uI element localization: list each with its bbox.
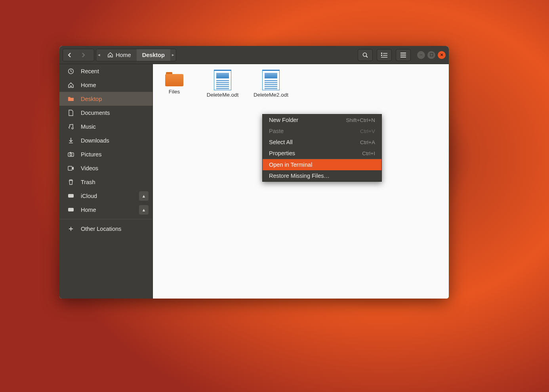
sidebar-item-downloads[interactable]: Downloads (59, 133, 152, 147)
close-icon: ✕ (440, 53, 443, 57)
icon-grid: Files DeleteMe.odt DeleteMe2.odt (160, 70, 442, 99)
hamburger-icon (400, 53, 406, 57)
svg-point-12 (70, 154, 72, 156)
path-segment-home[interactable]: Home (102, 49, 137, 61)
trash-icon (67, 179, 74, 185)
sidebar-item-other-locations[interactable]: Other Locations (59, 222, 152, 236)
sidebar-item-home-drive[interactable]: Home ▲ (59, 203, 152, 217)
forward-button[interactable] (76, 49, 90, 61)
svg-rect-3 (383, 53, 387, 54)
chevron-left-icon (68, 53, 72, 57)
clock-icon (67, 68, 74, 74)
sidebar-item-pictures[interactable]: Pictures (59, 147, 152, 161)
file-manager-window: ◂ Home Desktop ▸ (59, 46, 449, 299)
sidebar-item-label: Home (81, 207, 96, 213)
close-button[interactable]: ✕ (438, 51, 446, 59)
sidebar-item-trash[interactable]: Trash (59, 175, 152, 189)
sidebar: Recent Home Desktop Documents Music Down… (59, 64, 153, 299)
eject-icon: ▲ (142, 194, 146, 198)
menu-item-open-terminal[interactable]: Open in Terminal (263, 159, 381, 170)
menu-shortcut: Ctrl+I (362, 150, 375, 156)
hamburger-menu-button[interactable] (396, 49, 411, 61)
folder-icon (165, 72, 183, 86)
svg-rect-2 (381, 53, 382, 54)
sidebar-item-documents[interactable]: Documents (59, 106, 152, 120)
svg-line-1 (366, 56, 368, 57)
svg-rect-15 (68, 194, 74, 198)
sidebar-item-label: Documents (81, 110, 110, 116)
header-bar: ◂ Home Desktop ▸ (59, 46, 449, 64)
menu-item-paste: Paste Ctrl+V (263, 126, 381, 137)
window-body: Recent Home Desktop Documents Music Down… (59, 64, 449, 299)
menu-label: Properties (269, 150, 295, 156)
sidebar-item-label: Pictures (81, 151, 101, 158)
svg-rect-5 (383, 55, 387, 56)
sidebar-item-label: Downloads (81, 137, 109, 144)
view-mode-button[interactable] (377, 49, 392, 61)
file-item-document[interactable]: DeleteMe2.odt (257, 70, 285, 99)
sidebar-separator (59, 219, 152, 219)
menu-shortcut: Shift+Ctrl+N (346, 117, 375, 123)
document-icon (67, 110, 74, 116)
sidebar-item-icloud[interactable]: iCloud ▲ (59, 189, 152, 203)
menu-shortcut: Ctrl+A (360, 139, 375, 145)
plus-icon (67, 226, 74, 232)
document-icon (214, 70, 231, 90)
path-home-label: Home (116, 52, 131, 58)
maximize-button[interactable]: ☐ (427, 51, 435, 59)
sidebar-item-label: Videos (81, 165, 98, 171)
path-segment-current[interactable]: Desktop (137, 49, 170, 61)
sidebar-item-label: Desktop (81, 96, 102, 102)
menu-label: Open in Terminal (269, 162, 312, 168)
toolbar-right: ─ ☐ ✕ (358, 49, 446, 61)
svg-point-0 (363, 53, 367, 56)
path-current-label: Desktop (142, 52, 165, 58)
menu-item-properties[interactable]: Properties Ctrl+I (263, 148, 381, 159)
drive-icon (67, 207, 74, 212)
folder-icon (67, 96, 74, 102)
menu-label: Paste (269, 128, 284, 134)
file-item-document[interactable]: DeleteMe.odt (208, 70, 237, 99)
sidebar-item-music[interactable]: Music (59, 120, 152, 133)
sidebar-item-label: Recent (81, 68, 99, 74)
sidebar-item-label: Trash (81, 179, 95, 185)
sidebar-item-label: Other Locations (81, 226, 121, 232)
svg-rect-4 (381, 55, 382, 56)
menu-label: Restore Missing Files… (269, 173, 330, 179)
menu-item-restore-files[interactable]: Restore Missing Files… (263, 170, 381, 181)
menu-item-select-all[interactable]: Select All Ctrl+A (263, 137, 381, 148)
menu-label: Select All (269, 139, 293, 145)
file-item-folder[interactable]: Files (160, 70, 189, 99)
sidebar-item-label: iCloud (81, 193, 97, 199)
file-label: Files (169, 89, 180, 95)
file-label: DeleteMe.odt (207, 92, 238, 99)
svg-rect-14 (68, 166, 72, 170)
context-menu: New Folder Shift+Ctrl+N Paste Ctrl+V Sel… (262, 114, 382, 182)
sidebar-item-home[interactable]: Home (59, 78, 152, 92)
nav-button-group (63, 49, 94, 61)
sidebar-item-recent[interactable]: Recent (59, 64, 152, 78)
sidebar-item-label: Music (81, 124, 96, 130)
home-icon (67, 82, 74, 88)
search-button[interactable] (358, 49, 373, 61)
sidebar-item-desktop[interactable]: Desktop (59, 92, 152, 106)
eject-icon: ▲ (142, 207, 146, 212)
home-icon (107, 52, 113, 58)
svg-rect-13 (70, 152, 71, 153)
path-prev-icon: ◂ (96, 52, 102, 57)
download-icon (67, 137, 74, 144)
svg-rect-16 (68, 208, 74, 211)
file-label: DeleteMe2.odt (254, 92, 288, 99)
maximize-icon: ☐ (430, 53, 433, 57)
minimize-button[interactable]: ─ (417, 51, 425, 59)
music-icon (67, 124, 74, 130)
sidebar-item-videos[interactable]: Videos (59, 161, 152, 175)
chevron-right-icon (81, 53, 85, 57)
sidebar-item-label: Home (81, 82, 96, 88)
path-bar: ◂ Home Desktop ▸ (96, 49, 176, 61)
camera-icon (67, 152, 74, 157)
menu-item-new-folder[interactable]: New Folder Shift+Ctrl+N (263, 114, 381, 126)
eject-button[interactable]: ▲ (139, 191, 149, 201)
eject-button[interactable]: ▲ (139, 205, 149, 215)
back-button[interactable] (63, 49, 76, 61)
